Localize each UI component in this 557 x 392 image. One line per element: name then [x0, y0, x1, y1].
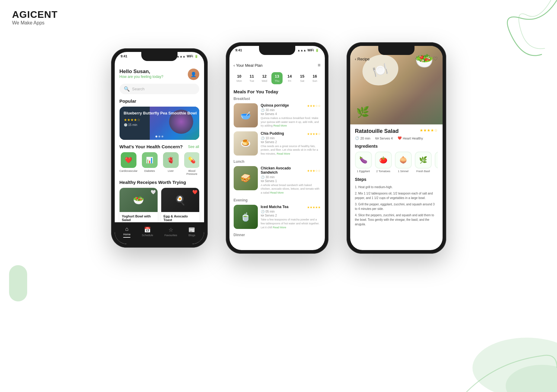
meal-plan-title: Your Meal Plan	[236, 63, 263, 68]
phone-2-status-icons: ▲▲▲ WiFi 🔋	[297, 49, 319, 52]
day-wed[interactable]: 12 Wed	[259, 72, 270, 84]
bg-decoration-bottom-right	[436, 301, 557, 392]
cardiovascular-label: Cardiovascular	[120, 169, 138, 172]
recipe-2-heart: ❤️	[192, 190, 197, 194]
concern-blood-pressure[interactable]: 💊 Blood Pressure	[183, 152, 199, 175]
day-sat[interactable]: 15 Sat	[296, 72, 308, 84]
chia-name: Chia Pudding	[261, 131, 284, 136]
serves-icon-recipe: 🍽	[375, 137, 379, 140]
health-concerns-scroll: ❤️ Cardiovascular 📊 Diabetes 🫀 Liver 💊 B…	[120, 152, 199, 175]
meals-for-you-title: Meals For You Today	[234, 89, 321, 94]
sandwich-read-more[interactable]: Read More	[270, 191, 284, 194]
concern-cardiovascular[interactable]: ❤️ Cardiovascular	[120, 152, 138, 175]
nav-blogs[interactable]: 📰 Blogs	[188, 227, 195, 237]
phone-2-meal-plan: 9:41 ▲▲▲ WiFi 🔋 ‹ Your Meal Plan ≡	[226, 42, 328, 254]
recipe-header-bar: ‹ Recipe ♡	[350, 56, 443, 62]
nav-schedule[interactable]: 📅 Schedule	[142, 227, 153, 237]
diabetes-icon: 📊	[142, 152, 158, 168]
clock-icon-recipe: 🕐	[355, 136, 359, 140]
chia-desc: Chia seeds are a great source of healthy…	[261, 144, 321, 156]
hero-card[interactable]: Blueberry Butterfly Pea Smoothie Bowl ★★…	[120, 107, 199, 140]
schedule-icon: 📅	[144, 227, 151, 233]
quinoa-name: Quinoa porridge	[261, 103, 289, 108]
nav-favourites[interactable]: ☆ Favourites	[165, 227, 177, 237]
ingredient-eggplant: 🍆 1 Eggplant	[355, 152, 372, 173]
meal-chia[interactable]: 🍮 Chia Pudding ★★★★☆ 🕐 10 min 🍽	[234, 131, 321, 156]
greeting-row: Hello Susan, How are you feeling today? …	[120, 69, 199, 80]
recipe-back-label: Recipe	[357, 57, 370, 61]
day-tue[interactable]: 11 Tue	[246, 72, 258, 84]
day-mon[interactable]: 10 Mon	[234, 72, 245, 84]
blood-pressure-label: Blood Pressure	[183, 169, 199, 175]
tomato-icon: 🍅	[375, 152, 392, 169]
recipe-back-button[interactable]: ‹ Recipe	[355, 57, 370, 61]
phone-1-time: 9:41	[121, 54, 127, 58]
popular-section-header: Popular	[120, 98, 199, 104]
phone-3-notch	[378, 46, 415, 55]
chia-details: Chia Pudding ★★★★☆ 🕐 10 min 🍽 Serves 2 C…	[261, 131, 321, 156]
day-thu-label: Thu	[275, 79, 280, 82]
concern-diabetes[interactable]: 📊 Diabetes	[141, 152, 159, 175]
meal-plan-header: ‹ Your Meal Plan ≡	[234, 63, 321, 68]
quinoa-time: 🕐 30 min	[261, 108, 321, 112]
serves-icon-c: 🍽	[261, 140, 264, 144]
brand-name: AGICENT	[12, 9, 58, 20]
phone-3-recipe: 🍽️ 🥗 🌿 ‹ Recipe ♡ Ratatouille S	[347, 42, 446, 254]
recipe-health-tag: ❤️ Heart Healthy	[398, 136, 423, 140]
chia-read-more[interactable]: Read More	[277, 152, 290, 155]
day-mon-label: Mon	[237, 79, 242, 82]
matcha-time: 🕐 05 min	[261, 210, 321, 213]
phone-2-time: 9:41	[235, 48, 242, 52]
back-button[interactable]: ‹ Your Meal Plan	[234, 63, 263, 68]
phone-1-status-icons: ▲▲▲ WiFi 🔋	[177, 55, 198, 58]
concern-liver[interactable]: 🫀 Liver	[162, 152, 180, 175]
clock-icon-q: 🕐	[261, 108, 264, 112]
phone-3-content: 🍽️ 🥗 🌿 ‹ Recipe ♡ Ratatouille S	[350, 46, 443, 250]
dot-1	[155, 136, 157, 137]
liver-label: Liver	[168, 169, 174, 172]
meal-quinoa[interactable]: 🥣 Quinoa porridge ★★★☆☆ 🕐 30 min 🍽	[234, 103, 321, 128]
day-tue-label: Tue	[249, 79, 254, 82]
day-sun-label: Sun	[312, 79, 317, 82]
sandwich-thumb: 🥪	[234, 166, 258, 190]
step-2: 2. Mix 1 1/2 tablespoons oil, 1/2 teaspo…	[355, 191, 438, 200]
nav-schedule-label: Schedule	[142, 234, 153, 237]
recipe-image-2: 🍳 ❤️	[161, 188, 199, 212]
hamburger-menu-icon[interactable]: ≡	[318, 63, 320, 68]
clock-icon-m: 🕐	[261, 210, 264, 213]
chia-time: 🕐 10 min	[261, 137, 321, 140]
meal-matcha[interactable]: 🍵 Iced Matcha Tea ★★★★★ 🕐 05 min 🍽	[234, 205, 321, 229]
dot-2	[158, 136, 160, 137]
meal-sandwich[interactable]: 🥪 Chicken Avocado Sandwich ★★★☆☆ 🕐 30 mi…	[234, 166, 321, 195]
day-thu-active[interactable]: 13 Thu	[271, 72, 283, 84]
matcha-name: Iced Matcha Tea	[261, 205, 289, 209]
user-avatar[interactable]: 👤	[188, 69, 199, 80]
phone-2-notch	[259, 46, 295, 55]
matcha-details: Iced Matcha Tea ★★★★★ 🕐 05 min 🍽 Serves …	[261, 205, 321, 229]
nav-favourites-label: Favourites	[165, 234, 177, 237]
see-all-link[interactable]: See all	[188, 145, 199, 149]
blogs-icon: 📰	[188, 227, 195, 233]
recipe-name: Ratatouille Salad	[355, 128, 399, 134]
nav-home[interactable]: ⌂ Home	[123, 226, 130, 238]
day-fri[interactable]: 14 Fri	[284, 72, 295, 84]
matcha-thumb: 🍵	[234, 205, 258, 229]
popular-title: Popular	[120, 98, 136, 104]
step-3: 3. Grill the pepper, eggplant, zucchini,…	[355, 202, 438, 211]
hero-dots	[155, 136, 163, 137]
phone-2-screen: 9:41 ▲▲▲ WiFi 🔋 ‹ Your Meal Plan ≡	[229, 46, 325, 250]
favourites-icon: ☆	[168, 227, 173, 233]
steps-list: 1. Heat grill to medium-high. 2. Mix 1 1…	[355, 185, 438, 227]
basil-label: Fresh Basil	[416, 170, 430, 173]
recipe-favourite-button[interactable]: ♡	[433, 56, 438, 62]
day-sun[interactable]: 16 Sun	[309, 72, 321, 84]
nav-home-label: Home	[123, 233, 130, 236]
recipe-serves-meta: 🍽 Serves 4	[375, 137, 393, 140]
matcha-read-more[interactable]: Read More	[273, 226, 287, 229]
cardiovascular-icon: ❤️	[121, 152, 136, 168]
sandwich-desc: A whole wheat bread sandwich with baked …	[261, 183, 321, 195]
search-bar[interactable]: 🔍 Search	[120, 84, 199, 94]
bg-decoration-top-right	[466, 0, 557, 60]
dinner-label: Dinner	[234, 233, 321, 237]
quinoa-read-more[interactable]: Read More	[274, 124, 287, 127]
